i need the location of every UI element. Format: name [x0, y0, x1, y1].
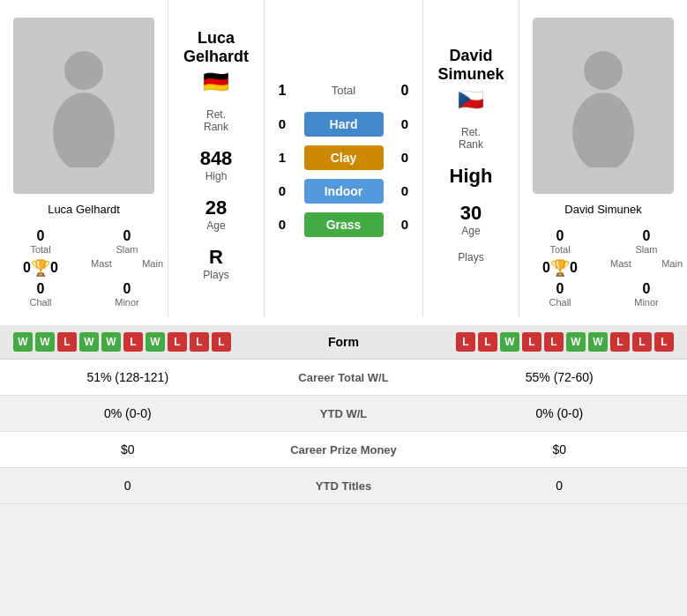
right-mast-label-cell: Mast Main: [610, 258, 683, 278]
left-form-result-0: W: [13, 332, 33, 352]
left-chall-label: Chall: [4, 297, 77, 308]
left-form-result-3: W: [79, 332, 99, 352]
left-form-result-5: L: [123, 332, 143, 352]
left-player-name-below: Luca Gelhardt: [48, 203, 120, 216]
right-middle-stats: David Simunek 🇨🇿 Ret. Rank High 30 Age P…: [422, 0, 519, 316]
right-total-stat: 0 Total: [524, 228, 596, 255]
right-player-photo: [533, 18, 674, 194]
left-slam-label: Slam: [91, 244, 163, 255]
total-right-val: 0: [392, 83, 418, 99]
left-middle-stats: Luca Gelhardt 🇩🇪 Ret. Rank 848 High 28 A…: [168, 0, 265, 316]
right-player-name-below: David Simunek: [564, 203, 641, 216]
right-high-value: High: [450, 165, 493, 188]
svg-point-1: [53, 93, 115, 167]
left-high-label: High: [200, 170, 233, 182]
indoor-surface-row: 0 Indoor 0: [269, 179, 418, 204]
right-form-result-3: L: [522, 332, 541, 352]
right-player-stats-grid: 0 Total 0 Slam 0 🏆 0 Mast Main: [524, 228, 683, 308]
stats-table: 51% (128-121)Career Total W/L55% (72-60)…: [0, 360, 687, 504]
left-rank-stat: Ret. Rank: [204, 108, 228, 133]
left-total-stat: 0 Total: [4, 228, 77, 255]
main-container: Luca Gelhardt 0 Total 0 Slam 0 🏆 0 Mast: [0, 0, 687, 504]
left-form-result-6: W: [146, 332, 165, 352]
right-form-result-1: L: [478, 332, 497, 352]
left-mast-value: 0: [23, 260, 31, 276]
stats-right-3: 0: [432, 468, 688, 503]
right-form-result-6: W: [588, 332, 608, 352]
left-slam-value: 0: [91, 228, 163, 244]
stats-right-0: 55% (72-60): [432, 360, 688, 395]
stats-row-2: $0Career Prize Money$0: [0, 432, 687, 468]
left-mast-label-cell: Mast Main: [91, 258, 163, 278]
indoor-right-val: 0: [392, 183, 418, 198]
right-mast-label: Mast: [610, 258, 631, 278]
left-high-value: 848: [200, 147, 233, 170]
right-form-result-2: W: [500, 332, 519, 352]
stats-right-1: 0% (0-0): [432, 396, 688, 431]
right-slam-label: Slam: [610, 244, 683, 255]
total-left-val: 1: [269, 83, 295, 99]
right-player-name: David Simunek: [428, 47, 514, 84]
right-main-label: Main: [661, 258, 683, 278]
grass-left-val: 0: [269, 217, 295, 232]
left-player-photo: [13, 18, 154, 194]
grass-badge: Grass: [304, 212, 384, 237]
clay-badge: Clay: [304, 145, 384, 170]
right-total-value: 0: [524, 228, 596, 244]
right-plays-label: Plays: [458, 251, 483, 263]
stats-row-0: 51% (128-121)Career Total W/L55% (72-60): [0, 360, 687, 396]
left-form-result-8: L: [190, 332, 209, 352]
left-chall-value: 0: [4, 281, 77, 297]
player-comparison-section: Luca Gelhardt 0 Total 0 Slam 0 🏆 0 Mast: [0, 0, 687, 325]
left-high-stat: 848 High: [200, 147, 233, 182]
left-form-result-1: W: [35, 332, 55, 352]
total-comparison-row: 1 Total 0: [269, 83, 418, 99]
right-slam-stat: 0 Slam: [610, 228, 683, 255]
right-total-label: Total: [524, 244, 596, 255]
right-rank-stat: Ret. Rank: [459, 126, 483, 151]
stats-center-2: Career Prize Money: [256, 433, 432, 467]
right-age-stat: 30 Age: [460, 202, 482, 237]
svg-point-0: [64, 51, 103, 90]
right-plays-stat: Plays: [458, 251, 483, 263]
stats-center-1: YTD W/L: [256, 397, 432, 431]
left-rank-label: Ret.: [204, 108, 228, 121]
stats-left-2: $0: [0, 432, 256, 467]
left-form-result-2: L: [57, 332, 77, 352]
right-chall-value: 0: [524, 281, 596, 297]
left-main-value: 0: [50, 260, 58, 276]
right-minor-stat: 0 Minor: [610, 281, 683, 308]
grass-surface-row: 0 Grass 0: [269, 212, 418, 237]
left-plays-stat: R Plays: [203, 246, 228, 281]
left-player-silhouette: [40, 44, 128, 167]
left-rank-label2: Rank: [204, 121, 228, 133]
form-label: Form: [291, 335, 397, 349]
left-total-label: Total: [4, 244, 77, 255]
svg-point-3: [572, 93, 634, 167]
right-form-result-0: L: [456, 332, 475, 352]
left-player-stats-grid: 0 Total 0 Slam 0 🏆 0 Mast Main: [4, 228, 163, 308]
stats-left-0: 51% (128-121): [0, 360, 256, 395]
hard-badge: Hard: [304, 112, 384, 137]
stats-left-1: 0% (0-0): [0, 396, 256, 431]
right-age-label: Age: [460, 225, 482, 237]
left-chall-stat: 0 Chall: [4, 281, 77, 308]
hard-left-val: 0: [269, 116, 295, 131]
right-form-results: LLWLLWWLLL: [397, 332, 675, 352]
left-form-result-7: L: [168, 332, 187, 352]
stats-center-3: YTD Titles: [256, 469, 432, 503]
svg-point-2: [584, 51, 623, 90]
right-form-result-5: W: [566, 332, 586, 352]
left-form-result-9: L: [212, 332, 231, 352]
left-player-photo-area: Luca Gelhardt 0 Total 0 Slam 0 🏆 0 Mast: [0, 0, 168, 316]
right-mast-value: 0: [542, 260, 550, 276]
right-player-photo-area: David Simunek 0 Total 0 Slam 0 🏆 0 Mast: [519, 0, 687, 316]
right-rank-label: Ret.: [459, 126, 483, 138]
hard-surface-row: 0 Hard 0: [269, 112, 418, 137]
right-age-value: 30: [460, 202, 482, 225]
left-minor-label: Minor: [91, 297, 163, 308]
left-form-result-4: W: [101, 332, 121, 352]
right-trophy-icon: 🏆: [550, 258, 570, 278]
stats-row-3: 0YTD Titles0: [0, 468, 687, 504]
right-rank-label2: Rank: [459, 138, 483, 151]
